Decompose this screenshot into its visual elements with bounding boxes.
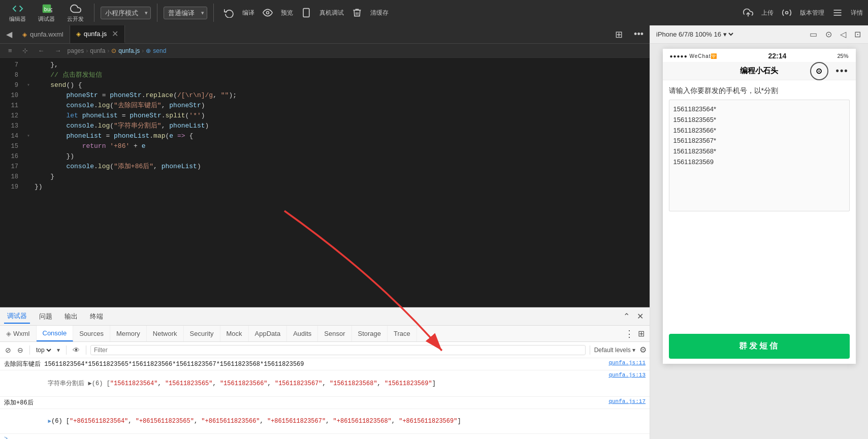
devtools-tab-menu-btn[interactable]: ⋮	[623, 327, 636, 340]
phone-back-btn[interactable]: ◁	[837, 28, 849, 40]
editor-btn[interactable]: 编辑器	[5, 1, 30, 25]
version-btn[interactable]	[778, 6, 796, 20]
console-str-4b: "+8615611823565"	[136, 418, 194, 425]
devtools-expand-btn[interactable]: ⌃	[621, 310, 632, 322]
breadcrumb-bar: ≡ ⊹ ← → pages › qunfa › ⊙ qunfa.js › ⊕ s…	[0, 44, 650, 58]
console-output: 去除回车键后 15611823564*15611823565*156118235…	[0, 358, 650, 439]
phone-screen: ●●●●● WeChat🛜 22:14 25% 编程小石头 ⊙ ••• 请输入你…	[663, 49, 856, 364]
code-line-7: 7 },	[0, 60, 650, 70]
context-dropdown-btn[interactable]: ▾	[55, 346, 62, 355]
back-btn[interactable]: ◀	[2, 27, 16, 41]
console-msg-3: 添加+86后	[4, 398, 604, 407]
phone-tablet-btn[interactable]: ▭	[807, 28, 820, 40]
detail-btn[interactable]	[828, 6, 847, 20]
breadcrumb-func-icon: ⊕	[146, 47, 151, 54]
code-line-11: 11 console.log("去除回车键后", phoneStr)	[0, 101, 650, 111]
phone-frame: ●●●●● WeChat🛜 22:14 25% 编程小石头 ⊙ ••• 请输入你…	[650, 44, 868, 439]
console-expand-2[interactable]: 字符串分割后 ▶(6) [	[48, 380, 110, 387]
console-caret-4[interactable]: ▶	[48, 418, 51, 424]
breadcrumb-back-btn[interactable]: ←	[34, 45, 49, 56]
phone-fullscreen-btn[interactable]: ⊡	[851, 28, 864, 40]
devtools-tab-terminal[interactable]: 终端	[87, 310, 106, 323]
devtools-tab-console[interactable]: Console	[37, 326, 74, 341]
breadcrumb-file-icon: ⊙	[111, 47, 116, 54]
console-context-select[interactable]: top	[34, 346, 53, 354]
devtools-tab-network[interactable]: Network	[147, 326, 184, 341]
console-file-2[interactable]: qunfa.js:13	[608, 372, 646, 378]
devtools-tab-sensor[interactable]: Sensor	[318, 326, 351, 341]
preview-btn[interactable]	[259, 6, 277, 20]
breadcrumb-qunfa: qunfa	[90, 47, 105, 54]
devtools-tab-trace[interactable]: Trace	[388, 326, 417, 341]
real-debug-btn[interactable]	[297, 6, 315, 20]
devtools-tab-mock[interactable]: Mock	[220, 326, 249, 341]
cloud-btn[interactable]: 云开发	[63, 1, 88, 25]
devtools-tab-debugger[interactable]: 调试器	[4, 309, 30, 324]
devtools-tab-issues[interactable]: 问题	[36, 310, 55, 323]
console-clear-btn[interactable]: ⊘	[3, 345, 13, 355]
tab-wxml[interactable]: ◈ qunfa.wxml	[16, 25, 70, 43]
devtools-close-btn[interactable]: ✕	[635, 310, 646, 322]
editor-menu-btn[interactable]: •••	[630, 27, 648, 42]
breadcrumb-bookmark-btn[interactable]: ⊹	[18, 45, 32, 56]
compile-dropdown-wrap: 普通编译	[164, 7, 207, 19]
phone-record-btn[interactable]: ⊙	[822, 28, 835, 40]
clear-cache-btn[interactable]	[348, 6, 366, 20]
devtools-tab-appdata[interactable]: AppData	[249, 326, 287, 341]
devtools-tab-sources[interactable]: Sources	[73, 326, 110, 341]
tab-js-close[interactable]: ✕	[112, 29, 118, 39]
code-line-8: 8 // 点击群发短信	[0, 70, 650, 80]
devtools-tab-wxml[interactable]: ◈ Wxml	[0, 326, 37, 341]
devtools-tab-output[interactable]: 输出	[61, 310, 81, 323]
devtools-tab-dock-btn[interactable]: ⊞	[636, 328, 647, 339]
console-row-2: 字符串分割后 ▶(6) ["15611823564", "15611823565…	[0, 370, 650, 397]
console-filter-input[interactable]	[90, 345, 586, 355]
phone-status-bar: ●●●●● WeChat🛜 22:14 25%	[663, 49, 856, 62]
phone-send-btn[interactable]: 群发短信	[669, 334, 850, 359]
console-str-4d: "+8615611823567"	[267, 418, 326, 425]
console-eye-btn[interactable]: 👁	[71, 345, 82, 355]
console-file-1[interactable]: qunfa.js:11	[608, 360, 646, 366]
js-icon: ◈	[76, 30, 81, 38]
phone-number-input[interactable]: 15611823564* 15611823565* 15611823566* 1…	[669, 100, 850, 211]
mode-dropdown[interactable]: 小程序模式	[101, 7, 151, 19]
split-editor-btn[interactable]: ⊞	[611, 27, 627, 42]
breadcrumb-menu-btn[interactable]: ≡	[4, 45, 16, 56]
console-msg-1: 去除回车键后 15611823564*15611823565*156118235…	[4, 360, 604, 368]
code-line-13: 13 console.log("字符串分割后", phoneList)	[0, 121, 650, 131]
console-input-prompt[interactable]: >	[4, 435, 646, 439]
phone-model-select[interactable]: iPhone 6/7/8 100% 16 ▾	[654, 30, 735, 39]
devtools-tab-storage[interactable]: Storage	[352, 326, 388, 341]
devtools-tab-security[interactable]: Security	[184, 326, 220, 341]
console-str-2b: "15611823565"	[165, 380, 213, 387]
code-editor[interactable]: 7 }, 8 // 点击群发短信 9 ▾ send() {	[0, 58, 650, 307]
debug-btn[interactable]: bug 调试器	[34, 1, 59, 25]
compile-btn[interactable]	[220, 6, 238, 20]
breadcrumb-forward-btn[interactable]: →	[51, 45, 66, 56]
console-file-3[interactable]: qunfa.js:17	[608, 398, 646, 404]
default-levels-btn[interactable]: Default levels ▾	[594, 347, 635, 354]
console-str-4c: "+8615611823566"	[201, 418, 260, 425]
console-filter-toggle-btn[interactable]: ⊖	[15, 345, 25, 355]
phone-time: 22:14	[768, 52, 787, 60]
tab-bar: ◀ ◈ qunfa.wxml ◈ qunfa.js ✕ ⊞ •••	[0, 25, 650, 44]
phone-header: iPhone 6/7/8 100% 16 ▾ ▭ ⊙ ◁ ⊡	[650, 25, 868, 44]
left-panel: ◀ ◈ qunfa.wxml ◈ qunfa.js ✕ ⊞ •••	[0, 25, 650, 439]
svg-rect-3	[303, 9, 309, 17]
tab-js[interactable]: ◈ qunfa.js ✕	[70, 25, 125, 43]
compile-dropdown[interactable]: 普通编译	[164, 7, 207, 19]
devtools-tab-memory[interactable]: Memory	[110, 326, 147, 341]
upload-icon-btn[interactable]	[739, 6, 757, 20]
code-line-15: 15 return '+86' + e	[0, 141, 650, 151]
phone-nav-more[interactable]: •••	[836, 66, 849, 76]
console-gear-btn[interactable]: ⚙	[639, 345, 647, 355]
debug-label: 调试器	[38, 15, 55, 23]
devtools-tab-audits[interactable]: Audits	[287, 326, 318, 341]
code-line-10: 10 phoneStr = phoneStr.replace(/[\r\n]/g…	[0, 90, 650, 101]
phone-dot-icon: ⊙	[810, 62, 828, 80]
console-row-4: ▶(6) ["+8615611823564", "+8615611823565"…	[0, 409, 650, 434]
editor-area: ◀ ◈ qunfa.wxml ◈ qunfa.js ✕ ⊞ •••	[0, 25, 650, 307]
phone-content: 请输入你要群发的手机号，以*分割 15611823564* 1561182356…	[663, 80, 856, 329]
real-debug-label: 真机调试	[319, 9, 344, 17]
toolbar-right: 上传 版本管理 详情	[739, 6, 863, 20]
